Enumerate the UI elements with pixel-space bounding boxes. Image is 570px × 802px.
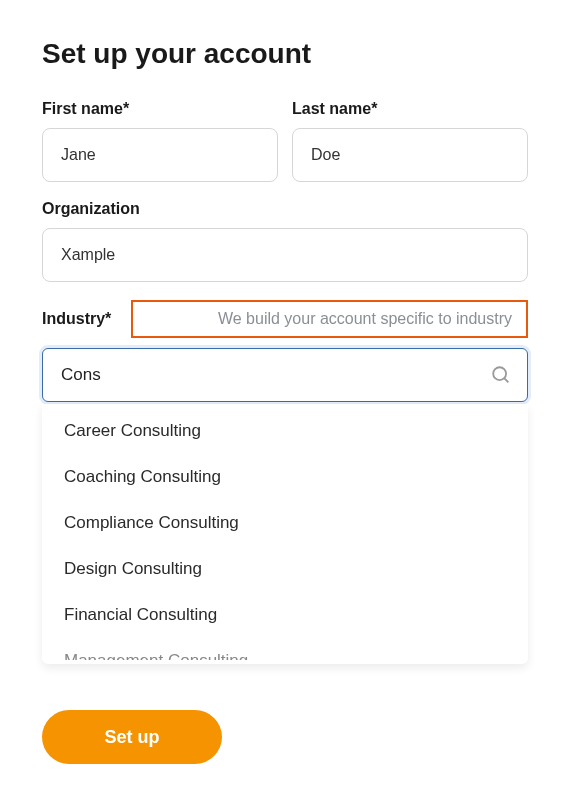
dropdown-item[interactable]: Coaching Consulting [42, 454, 528, 500]
industry-helper-callout: We build your account specific to indust… [131, 300, 528, 338]
first-name-label: First name* [42, 100, 278, 118]
dropdown-item[interactable]: Management Consulting [42, 638, 528, 660]
last-name-input[interactable] [292, 128, 528, 182]
organization-input[interactable] [42, 228, 528, 282]
last-name-label: Last name* [292, 100, 528, 118]
dropdown-item[interactable]: Compliance Consulting [42, 500, 528, 546]
page-title: Set up your account [42, 38, 528, 70]
dropdown-item[interactable]: Career Consulting [42, 408, 528, 454]
search-icon [490, 364, 512, 386]
industry-helper-text: We build your account specific to indust… [218, 310, 512, 327]
dropdown-item[interactable]: Financial Consulting [42, 592, 528, 638]
dropdown-item[interactable]: Design Consulting [42, 546, 528, 592]
svg-point-0 [493, 367, 506, 380]
industry-label: Industry* [42, 310, 111, 328]
industry-search-input[interactable] [42, 348, 528, 402]
setup-button[interactable]: Set up [42, 710, 222, 764]
organization-label: Organization [42, 200, 528, 218]
industry-dropdown-scroll[interactable]: Career Consulting Coaching Consulting Co… [42, 404, 528, 664]
industry-dropdown: Career Consulting Coaching Consulting Co… [42, 404, 528, 664]
first-name-input[interactable] [42, 128, 278, 182]
svg-line-1 [504, 378, 508, 382]
